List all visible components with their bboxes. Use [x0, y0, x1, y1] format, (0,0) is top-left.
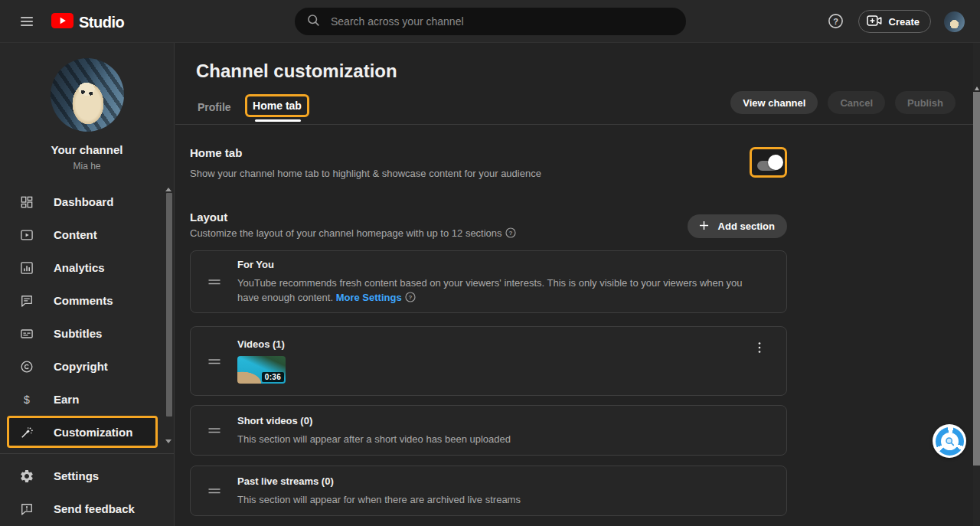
sidebar-item-send-feedback[interactable]: Send feedback — [0, 492, 174, 525]
section-description: YouTube recommends fresh content based o… — [237, 276, 746, 305]
sidebar-item-earn[interactable]: $ Earn — [0, 383, 174, 416]
drag-handle-icon[interactable] — [207, 483, 222, 498]
subtitles-icon — [19, 326, 34, 341]
sidebar-item-dashboard[interactable]: Dashboard — [0, 185, 174, 218]
magnifier-icon — [941, 433, 959, 450]
search-input[interactable] — [331, 15, 675, 28]
svg-text:?: ? — [409, 294, 413, 301]
search-icon — [305, 12, 322, 31]
sidebar-item-content[interactable]: Content — [0, 218, 174, 251]
dashboard-icon — [19, 194, 34, 210]
more-settings-link[interactable]: More Settings — [336, 292, 402, 303]
home-tab-setting-description: Show your channel home tab to highlight … — [190, 168, 541, 179]
copyright-icon — [19, 359, 34, 374]
layout-description: Customize the layout of your channel hom… — [190, 227, 517, 239]
add-section-label: Add section — [718, 221, 775, 232]
logo-text: Studio — [79, 14, 124, 31]
page-scrollbar-thumb[interactable] — [973, 92, 980, 466]
extension-ring — [936, 427, 964, 456]
content-icon — [19, 227, 34, 243]
create-label: Create — [889, 16, 920, 28]
youtube-studio-app: Studio ? Create Your channel Mi — [0, 0, 980, 526]
sidebar-item-copyright[interactable]: Copyright — [0, 350, 174, 383]
section-card-past-live-streams: Past live streams (0) This section will … — [190, 466, 787, 516]
add-section-button[interactable]: Add section — [688, 214, 787, 238]
earn-icon: $ — [19, 392, 34, 407]
layout-title: Layout — [190, 211, 227, 224]
topbar: Studio ? Create — [0, 0, 980, 43]
plus-icon — [697, 218, 711, 235]
sidebar-scrollbar[interactable] — [166, 193, 172, 417]
header-actions: View channel Cancel Publish — [730, 91, 956, 114]
for-you-help-icon[interactable]: ? — [404, 291, 416, 303]
section-description: This section will appear after a short v… — [237, 432, 746, 446]
analytics-icon — [19, 260, 34, 276]
section-card-videos: Videos (1) 0:36 — [190, 326, 787, 396]
account-avatar[interactable] — [944, 11, 965, 32]
card-text: For You YouTube recommends fresh content… — [237, 259, 746, 305]
channel-name: Mia he — [0, 161, 174, 172]
cancel-button[interactable]: Cancel — [828, 91, 885, 114]
layout-help-icon[interactable]: ? — [505, 227, 517, 239]
section-card-short-videos: Short videos (0) This section will appea… — [190, 405, 787, 456]
publish-button[interactable]: Publish — [895, 91, 956, 114]
view-channel-button[interactable]: View channel — [730, 91, 818, 114]
home-tab-toggle-highlighted[interactable] — [750, 147, 787, 178]
help-icon[interactable]: ? — [827, 12, 845, 31]
channel-info: Your channel Mia he — [0, 43, 174, 181]
menu-icon[interactable] — [18, 13, 36, 30]
sidebar-nav: Dashboard Content Analytics Comments — [0, 181, 174, 525]
settings-gear-icon — [19, 469, 34, 484]
section-title: For You — [237, 259, 746, 270]
tab-profile[interactable]: Profile — [198, 101, 231, 113]
video-thumbnail[interactable]: 0:36 — [237, 356, 286, 384]
sidebar-item-settings[interactable]: Settings — [0, 459, 174, 492]
active-tab-underline — [255, 119, 301, 122]
page-scroll-up-arrow[interactable] — [975, 87, 979, 90]
for-you-description-text: YouTube recommends fresh content based o… — [237, 277, 743, 303]
home-tab-setting-title: Home tab — [190, 146, 242, 159]
create-video-icon — [867, 14, 883, 30]
customization-icon — [19, 425, 34, 440]
channel-avatar — [51, 58, 124, 132]
sidebar-item-analytics[interactable]: Analytics — [0, 251, 174, 284]
card-text: Short videos (0) This section will appea… — [237, 415, 746, 446]
video-duration-badge: 0:36 — [262, 372, 284, 382]
section-title: Videos (1) — [237, 338, 746, 350]
svg-text:?: ? — [509, 230, 513, 237]
drag-handle-icon[interactable] — [207, 423, 222, 438]
section-card-for-you: For You YouTube recommends fresh content… — [190, 250, 787, 313]
main-content: Channel customization Profile Home tab V… — [175, 43, 974, 526]
search-bar — [295, 8, 686, 35]
toggle-knob — [768, 155, 783, 170]
topbar-actions: ? Create — [827, 0, 965, 43]
tab-home-highlighted[interactable]: Home tab — [245, 94, 309, 117]
youtube-studio-logo[interactable]: Studio — [51, 13, 124, 31]
section-description: This section will appear for when there … — [237, 492, 746, 507]
sidebar-item-customization[interactable]: Customization — [0, 416, 174, 449]
youtube-logo-icon — [51, 13, 74, 31]
layout-description-text: Customize the layout of your channel hom… — [190, 227, 502, 239]
create-button[interactable]: Create — [858, 10, 931, 33]
sidebar-item-comments[interactable]: Comments — [0, 284, 174, 317]
section-title: Past live streams (0) — [237, 475, 746, 487]
sidebar-scroll-up-arrow[interactable] — [165, 188, 172, 191]
comments-icon — [19, 293, 34, 309]
sidebar-item-subtitles[interactable]: Subtitles — [0, 317, 174, 350]
card-text: Videos (1) 0:36 — [237, 338, 746, 384]
section-title: Short videos (0) — [237, 415, 746, 426]
page-scrollbar-track[interactable] — [973, 43, 980, 526]
feedback-icon — [19, 501, 34, 517]
card-text: Past live streams (0) This section will … — [237, 475, 746, 507]
browser-extension-overlay-icon[interactable] — [933, 424, 966, 458]
channel-label: Your channel — [0, 143, 174, 156]
drag-handle-icon[interactable] — [207, 274, 222, 289]
kebab-menu-icon[interactable] — [751, 339, 768, 358]
svg-text:$: $ — [24, 393, 30, 405]
page-title: Channel customization — [196, 60, 397, 82]
drag-handle-icon[interactable] — [207, 354, 222, 369]
svg-text:?: ? — [833, 17, 838, 26]
tab-home-label: Home tab — [253, 100, 302, 112]
sidebar: Your channel Mia he Dashboard Content — [0, 43, 175, 526]
sidebar-scroll-down-arrow[interactable] — [165, 439, 172, 443]
